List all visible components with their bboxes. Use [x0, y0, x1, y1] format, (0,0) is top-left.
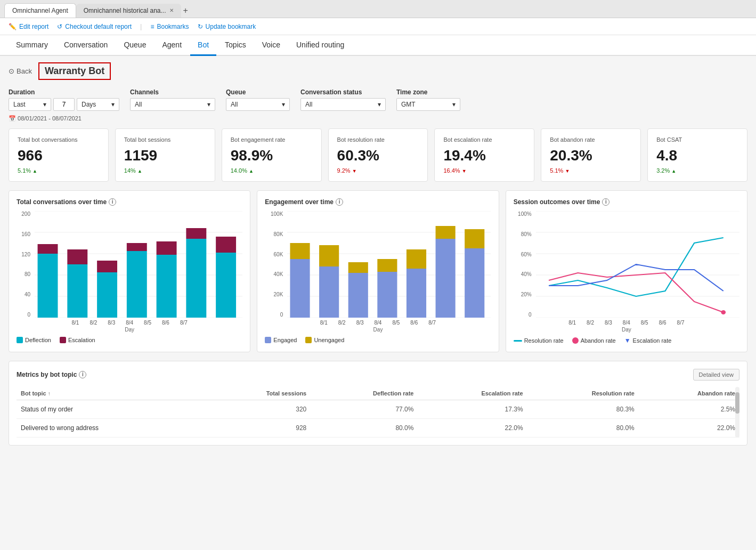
duration-value-input[interactable]	[53, 98, 75, 111]
queue-select[interactable]: All ▾	[226, 98, 290, 111]
chart-engagement-title: Engagement over time i	[265, 198, 491, 206]
svg-rect-30	[348, 273, 368, 318]
svg-rect-32	[378, 272, 397, 318]
kpi-value-1: 1159	[124, 147, 206, 164]
x-axis-title: Day	[17, 327, 242, 333]
browser-tab-1[interactable]: Omnichannel Agent	[4, 3, 76, 18]
metrics-header: Metrics by bot topic i Detailed view	[17, 369, 739, 381]
x-axis-title-3: Day	[514, 327, 739, 333]
tab-unified-routing[interactable]: Unified routing	[289, 35, 352, 56]
svg-rect-36	[436, 239, 456, 318]
cell-sessions: 928	[205, 419, 311, 438]
svg-rect-26	[290, 259, 310, 318]
browser-tabs: Omnichannel Agent Omnichannel historical…	[0, 0, 756, 18]
cell-deflection: 80.0%	[311, 419, 418, 438]
sort-icon[interactable]: ↑	[48, 391, 51, 397]
info-icon-3[interactable]: i	[602, 198, 609, 206]
kpi-change-3: 9.2%	[337, 167, 419, 174]
browser-tab-2[interactable]: Omnichannel historical ana... ✕	[76, 4, 181, 18]
chart3-legend: Resolution rate Abandon rate ▼Escalation…	[514, 337, 739, 344]
kpi-title-1: Total bot sessions	[124, 136, 206, 143]
kpi-title-3: Bot resolution rate	[337, 136, 419, 143]
svg-rect-11	[97, 261, 117, 272]
chart-conversations-title: Total conversations over time i	[17, 198, 242, 206]
col-total-sessions: Total sessions	[205, 387, 311, 400]
metrics-section: Metrics by bot topic i Detailed view Bot…	[9, 361, 747, 446]
info-icon-2[interactable]: i	[336, 198, 343, 206]
duration-unit-select[interactable]: Days ▾	[77, 98, 119, 111]
kpi-value-2: 98.9%	[231, 147, 313, 164]
detailed-view-button[interactable]: Detailed view	[693, 369, 739, 381]
svg-rect-13	[127, 243, 147, 251]
duration-preset-select[interactable]: Last ▾	[9, 98, 51, 111]
svg-rect-9	[67, 249, 87, 264]
chevron-down-icon: ▾	[282, 101, 285, 108]
tab-topics[interactable]: Topics	[217, 35, 254, 56]
timezone-select[interactable]: GMT ▾	[396, 98, 460, 111]
info-icon[interactable]: i	[109, 198, 116, 206]
y-axis-labels-2: 100K80K60K40K20K0	[265, 211, 285, 318]
chart-conversations: Total conversations over time i 20016012…	[9, 190, 250, 352]
tab-queue[interactable]: Queue	[116, 35, 153, 56]
svg-rect-8	[67, 264, 87, 318]
main-content: ⊙ Back Warranty Bot Duration Last ▾ Days…	[0, 56, 756, 537]
tab-conversation[interactable]: Conversation	[56, 35, 116, 56]
kpi-value-0: 966	[18, 147, 100, 164]
kpi-title-0: Total bot conversations	[18, 136, 100, 143]
nav-tabs: Summary Conversation Queue Agent Bot Top…	[0, 35, 756, 56]
kpi-card-3: Bot resolution rate 60.3% 9.2%	[328, 128, 428, 182]
kpi-card-2: Bot engagement rate 98.9% 14.0%	[222, 128, 322, 182]
chart-session-outcomes: Session outcomes over time i 100%80%60%4…	[506, 190, 747, 352]
metrics-info-icon[interactable]: i	[79, 371, 86, 378]
kpi-title-5: Bot abandon rate	[550, 136, 632, 143]
timezone-label: Time zone	[396, 88, 460, 96]
checkout-default-button[interactable]: ↺ Checkout default report	[57, 23, 132, 30]
back-label: Back	[17, 67, 32, 75]
tab1-label: Omnichannel Agent	[12, 7, 68, 14]
svg-rect-14	[157, 255, 177, 318]
edit-report-button[interactable]: ✏️ Edit report	[9, 23, 48, 30]
update-bookmark-button[interactable]: ↻ Update bookmark	[198, 23, 256, 30]
arrow-down-icon	[352, 167, 357, 174]
kpi-change-4: 16.4%	[443, 167, 525, 174]
back-button[interactable]: ⊙ Back	[9, 67, 32, 75]
svg-rect-7	[38, 244, 58, 254]
channels-select[interactable]: All ▾	[130, 98, 215, 111]
col-deflection-rate: Deflection rate	[311, 387, 418, 400]
cell-topic: Status of my order	[17, 400, 205, 419]
kpi-change-2: 14.0%	[231, 167, 313, 174]
tab-summary[interactable]: Summary	[9, 35, 55, 56]
conversation-status-filter: Conversation status All ▾	[300, 88, 386, 111]
scrollbar-thumb[interactable]	[735, 392, 739, 414]
kpi-row: Total bot conversations 966 5.1% Total b…	[9, 128, 747, 182]
chart1-legend: Deflection Escalation	[17, 337, 242, 343]
conversation-status-label: Conversation status	[300, 88, 386, 96]
sync-icon: ↻	[198, 23, 203, 30]
bookmarks-button[interactable]: ≡ Bookmarks	[151, 23, 189, 30]
add-tab-button[interactable]: +	[183, 6, 188, 15]
tab-voice[interactable]: Voice	[255, 35, 288, 56]
kpi-title-6: Bot CSAT	[656, 136, 738, 143]
arrow-down-icon	[565, 167, 570, 174]
svg-rect-15	[157, 241, 177, 255]
svg-rect-10	[97, 272, 117, 318]
col-bot-topic: Bot topic ↑	[17, 387, 205, 400]
kpi-change-1: 14%	[124, 167, 206, 174]
line-chart-svg	[536, 211, 739, 318]
chart-outcomes-title: Session outcomes over time i	[514, 198, 739, 206]
conversation-status-select[interactable]: All ▾	[300, 98, 386, 111]
svg-point-46	[721, 310, 726, 314]
svg-rect-16	[186, 239, 206, 318]
close-icon[interactable]: ✕	[169, 7, 174, 13]
scrollbar-track	[735, 387, 739, 438]
tab-bot[interactable]: Bot	[190, 35, 216, 56]
cell-abandon: 2.5%	[639, 400, 739, 419]
queue-label: Queue	[226, 88, 290, 96]
svg-rect-19	[216, 237, 236, 253]
tab2-label: Omnichannel historical ana...	[84, 7, 166, 14]
svg-rect-33	[378, 259, 397, 272]
cell-abandon: 22.0%	[639, 419, 739, 438]
bar-chart-svg-2	[287, 211, 491, 318]
svg-rect-12	[127, 251, 147, 318]
tab-agent[interactable]: Agent	[155, 35, 189, 56]
